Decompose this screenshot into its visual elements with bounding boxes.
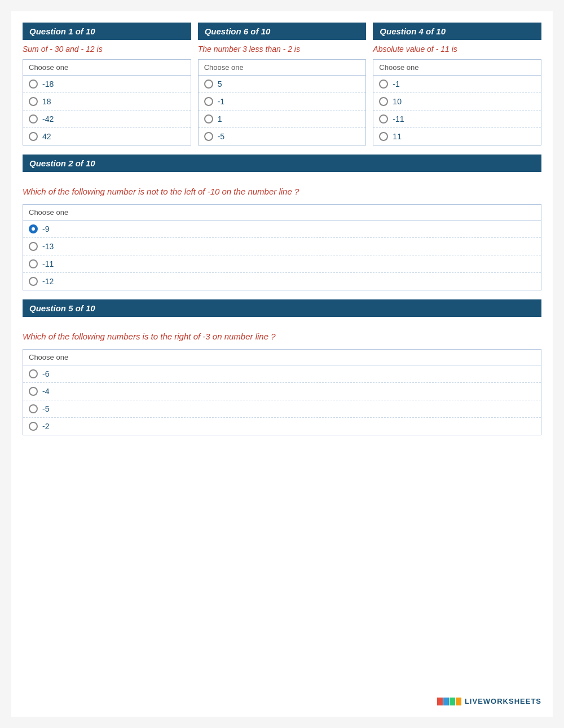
page: Question 1 of 10 Sum of - 30 and - 12 is…: [11, 11, 553, 717]
q1-radio-4[interactable]: [29, 132, 38, 141]
q6-radio-2[interactable]: [204, 97, 213, 106]
top-row: Question 1 of 10 Sum of - 30 and - 12 is…: [23, 23, 541, 145]
q2-option-4-label: -12: [42, 277, 54, 286]
q4-option-3[interactable]: -11: [373, 111, 541, 128]
q6-header-text: Question 6 of 10: [205, 27, 271, 36]
q2-option-1[interactable]: -9: [23, 220, 541, 238]
q5-question-text: Which of the following numbers is to the…: [23, 332, 541, 341]
q6-choice-box: Choose one 5 -1 1 -5: [198, 59, 367, 145]
question-4-block: Question 4 of 10 Absolute value of - 11 …: [373, 23, 541, 145]
q2-header-text: Question 2 of 10: [29, 158, 95, 168]
q2-radio-2[interactable]: [29, 242, 38, 251]
q4-radio-3[interactable]: [379, 114, 388, 123]
q6-radio-4[interactable]: [204, 132, 213, 141]
q2-question-text: Which of the following number is not to …: [23, 187, 541, 196]
q2-option-1-label: -9: [42, 224, 49, 233]
q2-radio-1[interactable]: [29, 224, 38, 233]
q5-radio-3[interactable]: [29, 404, 38, 413]
q6-option-4-label: -5: [218, 132, 224, 141]
q1-question-text: Sum of - 30 and - 12 is: [23, 45, 191, 54]
q4-option-2-label: 10: [393, 97, 402, 106]
q1-radio-2[interactable]: [29, 97, 38, 106]
q4-option-1-label: -1: [393, 80, 399, 89]
q5-option-2-label: -4: [42, 387, 49, 396]
q1-option-3[interactable]: -42: [23, 111, 191, 128]
q1-radio-1[interactable]: [29, 80, 38, 89]
q5-option-4[interactable]: -2: [23, 418, 541, 435]
q4-choose-one: Choose one: [373, 60, 541, 76]
q2-option-3[interactable]: -11: [23, 255, 541, 273]
q2-choice-box: Choose one -9 -13 -11 -12: [23, 204, 541, 290]
question-5-block: Question 5 of 10 Which of the following …: [23, 299, 541, 435]
q6-option-2-label: -1: [218, 97, 224, 106]
q1-option-3-label: -42: [42, 114, 54, 123]
q2-radio-4[interactable]: [29, 277, 38, 286]
q6-option-4[interactable]: -5: [199, 128, 366, 145]
q4-option-1[interactable]: -1: [373, 76, 541, 93]
q5-option-1[interactable]: -6: [23, 365, 541, 383]
question-6-block: Question 6 of 10 The number 3 less than …: [198, 23, 367, 145]
q1-choice-box: Choose one -18 18 -42 42: [23, 59, 191, 145]
q5-header-text: Question 5 of 10: [29, 303, 95, 313]
q5-option-1-label: -6: [42, 369, 49, 378]
q4-radio-1[interactable]: [379, 80, 388, 89]
logo-area: LIVEWORKSHEETS: [437, 697, 541, 705]
q5-choice-box: Choose one -6 -4 -5 -2: [23, 349, 541, 435]
q5-radio-2[interactable]: [29, 387, 38, 396]
q4-option-4-label: 11: [393, 132, 402, 141]
q4-radio-4[interactable]: [379, 132, 388, 141]
q1-option-1[interactable]: -18: [23, 76, 191, 93]
q1-header-text: Question 1 of 10: [29, 27, 95, 36]
q5-radio-1[interactable]: [29, 369, 38, 378]
q6-option-1-label: 5: [218, 80, 222, 89]
q4-option-2[interactable]: 10: [373, 93, 541, 111]
q1-option-4[interactable]: 42: [23, 128, 191, 145]
logo-icon: [437, 698, 461, 705]
q1-radio-3[interactable]: [29, 114, 38, 123]
q6-option-3[interactable]: 1: [199, 111, 366, 128]
q5-radio-4[interactable]: [29, 422, 38, 431]
question-1-block: Question 1 of 10 Sum of - 30 and - 12 is…: [23, 23, 191, 145]
q6-option-3-label: 1: [218, 114, 222, 123]
q1-choose-one: Choose one: [23, 60, 191, 76]
q4-option-3-label: -11: [393, 114, 404, 123]
q2-option-2[interactable]: -13: [23, 238, 541, 255]
q2-option-2-label: -13: [42, 242, 54, 251]
q5-option-3-label: -5: [42, 404, 49, 413]
q5-header: Question 5 of 10: [23, 299, 541, 317]
q2-radio-3[interactable]: [29, 259, 38, 268]
q4-header-text: Question 4 of 10: [380, 27, 446, 36]
q5-option-4-label: -2: [42, 422, 49, 431]
q1-option-1-label: -18: [42, 80, 54, 89]
question-2-block: Question 2 of 10 Which of the following …: [23, 155, 541, 290]
q2-option-3-label: -11: [42, 259, 54, 268]
q4-radio-2[interactable]: [379, 97, 388, 106]
q1-option-2[interactable]: 18: [23, 93, 191, 111]
q1-option-2-label: 18: [42, 97, 51, 106]
q4-option-4[interactable]: 11: [373, 128, 541, 145]
q5-option-2[interactable]: -4: [23, 383, 541, 400]
q4-question-text: Absolute value of - 11 is: [373, 45, 541, 54]
q1-header: Question 1 of 10: [23, 23, 191, 40]
q6-radio-1[interactable]: [204, 80, 213, 89]
q4-header: Question 4 of 10: [373, 23, 541, 40]
q2-option-4[interactable]: -12: [23, 273, 541, 290]
q2-choose-one: Choose one: [23, 205, 541, 220]
q6-choose-one: Choose one: [199, 60, 366, 76]
q6-header: Question 6 of 10: [198, 23, 367, 40]
q2-header: Question 2 of 10: [23, 155, 541, 172]
q6-option-1[interactable]: 5: [199, 76, 366, 93]
q1-option-4-label: 42: [42, 132, 51, 141]
q6-radio-3[interactable]: [204, 114, 213, 123]
q5-choose-one: Choose one: [23, 350, 541, 365]
q6-option-2[interactable]: -1: [199, 93, 366, 111]
logo-text: LIVEWORKSHEETS: [465, 697, 541, 705]
q5-option-3[interactable]: -5: [23, 400, 541, 418]
q6-question-text: The number 3 less than - 2 is: [198, 45, 367, 54]
q4-choice-box: Choose one -1 10 -11 11: [373, 59, 541, 145]
